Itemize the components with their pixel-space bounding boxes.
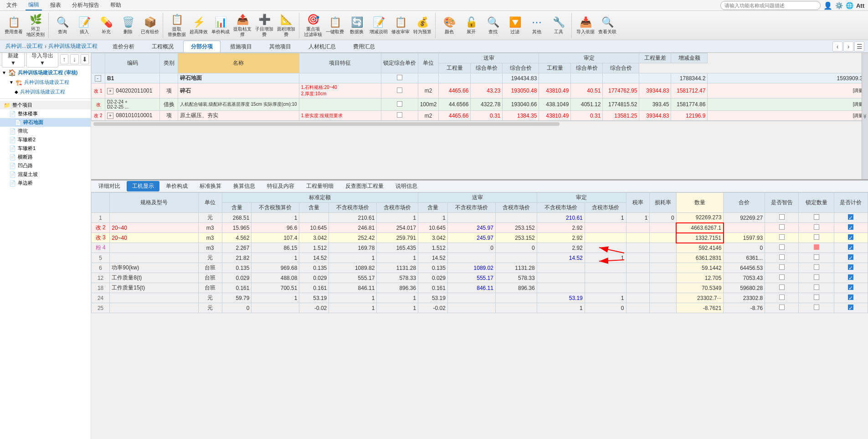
price-5[interactable]: ✓ bbox=[848, 254, 853, 260]
tree-concrete[interactable]: 📄 混凝土坡 bbox=[0, 170, 91, 179]
locked-3[interactable] bbox=[814, 234, 819, 240]
btn-down[interactable]: ↓ bbox=[70, 54, 78, 64]
btn-high-reduce[interactable]: ⚡ 超高降效 bbox=[188, 14, 210, 37]
lock-b1[interactable] bbox=[397, 75, 402, 80]
expand-r1[interactable]: + bbox=[107, 88, 113, 94]
tree-crater[interactable]: 📄 弹坑 bbox=[0, 127, 91, 135]
smart-24[interactable] bbox=[779, 294, 785, 300]
subproject-child[interactable]: ◆ 兵种训练场建设工程 bbox=[0, 87, 91, 97]
smart-6[interactable] bbox=[779, 264, 785, 270]
tree-transverse[interactable]: 📄 横断路 bbox=[0, 153, 91, 161]
tree-all-projects[interactable]: 📁 整个项目 bbox=[0, 101, 91, 109]
tab-project-overview[interactable]: 工程概况 bbox=[144, 41, 181, 52]
btn-insert[interactable]: 📝 插入 bbox=[73, 14, 95, 37]
btn-area-add[interactable]: 📐 面积增加费 bbox=[275, 14, 297, 37]
btn-modify-review[interactable]: 📋 修改审审 bbox=[390, 14, 411, 37]
nav-next[interactable]: › bbox=[843, 41, 853, 52]
locked-24[interactable] bbox=[814, 294, 819, 300]
expand-b1[interactable]: - bbox=[95, 75, 101, 82]
btn-expand[interactable]: 🔓 展开 bbox=[460, 14, 482, 37]
smart-5[interactable] bbox=[779, 254, 785, 260]
locked-25[interactable] bbox=[814, 305, 819, 310]
tab-cost-analysis[interactable]: 造价分析 bbox=[105, 41, 142, 52]
breadcrumb-link2[interactable]: 兵种训练场建设工程 bbox=[48, 42, 98, 50]
smart-3[interactable] bbox=[779, 234, 785, 240]
price-25[interactable]: ✓ bbox=[848, 305, 853, 310]
tab-reverse-graphic[interactable]: 反查图形工程量 bbox=[340, 181, 389, 191]
price-18[interactable]: ✓ bbox=[848, 284, 853, 290]
tab-machine-display[interactable]: 工机显示 bbox=[127, 181, 159, 191]
btn-up[interactable]: ↑ bbox=[60, 54, 68, 64]
tree-bumpy[interactable]: 📄 凹凸路 bbox=[0, 161, 91, 170]
btn-import-basis[interactable]: 📥 导入依据 bbox=[575, 14, 596, 37]
expand-r3[interactable]: + bbox=[107, 113, 113, 119]
btn-extract-support[interactable]: 📤 提取枯支撑 bbox=[231, 14, 253, 37]
tree-bridge2[interactable]: 📄 车辙桥2 bbox=[0, 135, 91, 144]
btn-sub-add[interactable]: ➕ 子目增加费 bbox=[253, 14, 275, 37]
btn-color[interactable]: 🎨 颜色 bbox=[438, 14, 460, 37]
project-root[interactable]: ▼ 🏠 兵种训练场建设工程 (审核) bbox=[0, 67, 91, 77]
tab-resources[interactable]: 人材机汇总 bbox=[301, 41, 344, 52]
smart-4[interactable] bbox=[779, 244, 785, 250]
btn-other[interactable]: ⋯ 其他 bbox=[526, 14, 548, 37]
btn-extract-replace[interactable]: 📋 提取替换数据 bbox=[166, 14, 188, 37]
btn-env-category[interactable]: 🌿 环卫地区类别 bbox=[25, 14, 46, 37]
menu-report[interactable]: 报表 bbox=[47, 0, 64, 10]
menu-help[interactable]: 帮助 bbox=[108, 0, 124, 10]
tab-other[interactable]: 其他项目 bbox=[262, 41, 299, 52]
price-6[interactable]: ✓ bbox=[848, 264, 853, 270]
btn-data-switch[interactable]: 🔄 数据换 bbox=[346, 14, 368, 37]
price-24[interactable]: ✓ bbox=[848, 294, 853, 300]
lock-r3[interactable] bbox=[397, 112, 402, 118]
menu-more[interactable]: ☰ bbox=[854, 41, 864, 52]
smart-25[interactable] bbox=[779, 305, 785, 310]
locked-4[interactable] bbox=[814, 244, 819, 250]
price-2[interactable]: ✓ bbox=[848, 224, 853, 230]
search-input[interactable] bbox=[720, 1, 821, 10]
breadcrumb-link[interactable]: 兵种训...设工程 bbox=[5, 42, 43, 50]
settings-icon[interactable]: ⚙️ bbox=[835, 2, 843, 9]
tree-single-bridge[interactable]: 📄 单边桥 bbox=[0, 179, 91, 187]
tree-bridge1[interactable]: 📄 车辙桥1 bbox=[0, 144, 91, 153]
btn-query[interactable]: 🔍 查询 bbox=[51, 14, 73, 37]
btn-filter[interactable]: 🔽 过滤 bbox=[504, 14, 526, 37]
locked-2[interactable] bbox=[814, 224, 819, 230]
btn-delete[interactable]: 🗑️ 删除 bbox=[117, 14, 139, 37]
price-3[interactable]: ✓ bbox=[848, 234, 853, 240]
locked-5[interactable] bbox=[814, 254, 819, 260]
btn-supplement[interactable]: 💊 补充 bbox=[95, 14, 117, 37]
tab-measures[interactable]: 措施项目 bbox=[222, 41, 260, 52]
btn-increase-desc[interactable]: 📝 增减说明 bbox=[368, 14, 390, 37]
tab-features[interactable]: 特征及内容 bbox=[262, 181, 300, 191]
btn-download[interactable]: ⬇ bbox=[81, 54, 89, 64]
smart-18[interactable] bbox=[779, 284, 785, 290]
locked-1[interactable] bbox=[814, 214, 819, 220]
smart-1[interactable] bbox=[779, 214, 785, 220]
tab-unit-compose[interactable]: 单价构成 bbox=[160, 181, 193, 191]
sidebar-collapse-btn[interactable]: ≫ bbox=[862, 53, 868, 179]
tree-crushed-stone[interactable]: 📄 碎石地面 bbox=[0, 118, 91, 127]
tab-std-convert[interactable]: 标准换算 bbox=[194, 181, 227, 191]
btn-tool[interactable]: 🔧 工具 bbox=[548, 14, 570, 37]
tab-detail-compare[interactable]: 详细对比 bbox=[93, 181, 126, 191]
btn-one-click-fee[interactable]: 📋 一键取费 bbox=[324, 14, 346, 37]
smart-2[interactable] bbox=[779, 224, 785, 230]
nav-prev[interactable]: ‹ bbox=[832, 41, 842, 52]
btn-view-link[interactable]: 🔍 查看关联 bbox=[596, 14, 618, 37]
locked-18[interactable] bbox=[814, 284, 819, 290]
menu-edit[interactable]: 编辑 bbox=[26, 0, 42, 10]
lock-r2[interactable] bbox=[397, 101, 402, 107]
menu-analysis[interactable]: 分析与报告 bbox=[69, 0, 102, 10]
locked-12[interactable] bbox=[814, 274, 819, 280]
tab-sections[interactable]: 分部分项 bbox=[183, 41, 221, 52]
tab-fees[interactable]: 费用汇总 bbox=[345, 41, 383, 52]
price-4[interactable]: ✓ bbox=[848, 244, 853, 250]
tree-overall[interactable]: 📄 整体楼事 bbox=[0, 109, 91, 118]
tab-description[interactable]: 说明信息 bbox=[390, 181, 423, 191]
smart-12[interactable] bbox=[779, 274, 785, 280]
tab-convert-info[interactable]: 换算信息 bbox=[228, 181, 261, 191]
menu-file[interactable]: 文件 bbox=[4, 0, 20, 10]
btn-unit-compose[interactable]: 📊 单价构成 bbox=[210, 14, 231, 37]
btn-key-filter[interactable]: 🎯 重点项过滤审核 bbox=[302, 14, 324, 37]
scrollbar-top[interactable] bbox=[91, 121, 868, 126]
